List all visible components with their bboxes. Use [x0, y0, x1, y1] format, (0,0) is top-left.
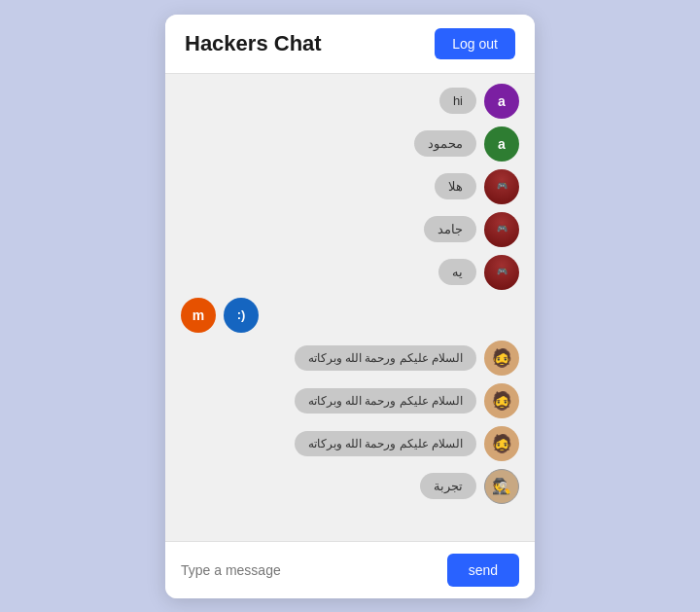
message-row: السلام عليكم ورحمة الله وبركاته 🧔	[181, 426, 519, 461]
message-bubble: السلام عليكم ورحمة الله وبركاته	[295, 345, 476, 371]
message-row: hi a	[181, 84, 519, 119]
message-bubble: hi	[439, 88, 476, 114]
message-bubble: السلام عليكم ورحمة الله وبركاته	[295, 388, 476, 414]
message-input[interactable]	[181, 562, 438, 578]
avatar: 🕵️	[484, 469, 519, 504]
avatar: 🧔	[484, 383, 519, 418]
avatar: 🧔	[484, 341, 519, 376]
logout-button[interactable]: Log out	[435, 28, 515, 59]
avatar: :)	[224, 298, 259, 333]
avatar: 🧔	[484, 426, 519, 461]
message-row: محمود a	[181, 126, 519, 162]
message-row: m :)	[181, 298, 519, 333]
message-row: جامد 🎮	[181, 212, 519, 247]
messages-area: hi a محمود a هلا 🎮 جامد 🎮 يه 🎮 m :)	[165, 74, 535, 541]
app-title: Hackers Chat	[185, 31, 322, 56]
send-button[interactable]: send	[447, 554, 519, 587]
message-row: هلا 🎮	[181, 169, 519, 204]
message-bubble: تجربة	[420, 473, 476, 499]
avatar: a	[484, 126, 519, 162]
message-bubble: محمود	[414, 130, 476, 157]
avatar: m	[181, 298, 216, 333]
avatar: 🎮	[484, 255, 519, 290]
chat-container: Hackers Chat Log out hi a محمود a هلا 🎮 …	[165, 15, 535, 598]
message-bubble: السلام عليكم ورحمة الله وبركاته	[295, 431, 476, 456]
avatar: a	[484, 84, 519, 119]
message-row: تجربة 🕵️	[181, 469, 519, 504]
message-row: السلام عليكم ورحمة الله وبركاته 🧔	[181, 383, 519, 418]
message-bubble: جامد	[424, 216, 476, 242]
message-row: يه 🎮	[181, 255, 519, 290]
header: Hackers Chat Log out	[165, 15, 535, 74]
message-row: السلام عليكم ورحمة الله وبركاته 🧔	[181, 341, 519, 376]
input-area: send	[165, 541, 535, 598]
message-bubble: هلا	[435, 173, 476, 199]
avatar: 🎮	[484, 169, 519, 204]
avatar: 🎮	[484, 212, 519, 247]
message-bubble: يه	[438, 259, 476, 285]
